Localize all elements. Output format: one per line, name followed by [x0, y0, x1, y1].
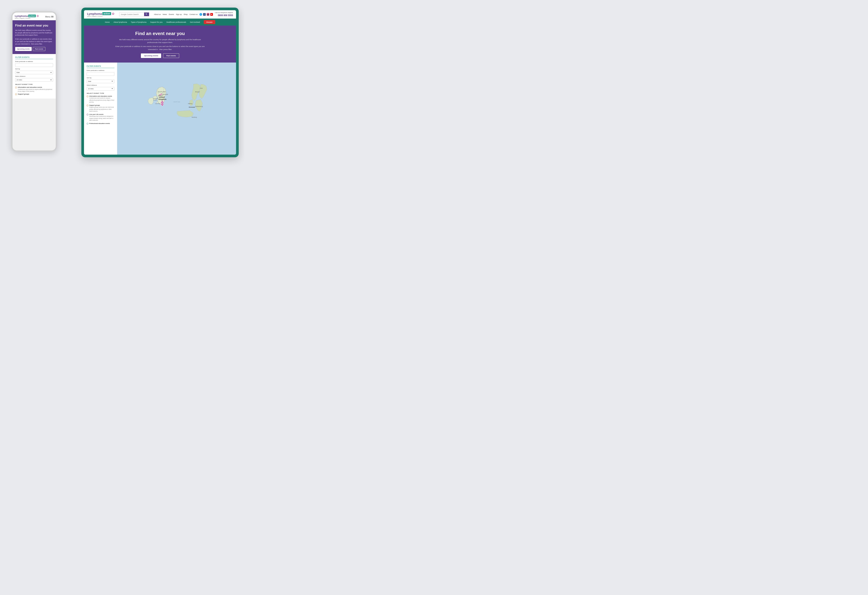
mobile-radio-support-text: Support groups — [18, 93, 29, 95]
desktop-main-content: FILTER EVENTS Enter postcode or address … — [84, 63, 236, 155]
mobile-logo-flower: ✿ — [37, 15, 39, 18]
desktop-hero-p1: We hold many different events around the… — [115, 38, 205, 44]
svg-text:Aalborg: Aalborg — [188, 103, 192, 105]
desktop-distance-label: Select distance — [87, 84, 114, 86]
desktop-search-button[interactable]: 🔍 — [144, 13, 149, 16]
svg-rect-0 — [117, 82, 236, 135]
desktop-event-buttons: Upcoming events Past events — [95, 53, 225, 58]
svg-text:Bergen: Bergen — [195, 91, 200, 93]
mobile-upcoming-btn[interactable]: Upcoming events — [15, 47, 32, 51]
mobile-event-buttons: Upcoming events Past events — [15, 47, 53, 51]
desktop-radio-professional-text: Professional education events — [89, 122, 110, 125]
svg-text:Oslo: Oslo — [200, 87, 203, 89]
mobile-radio-info-events[interactable]: Information and education events Confere… — [15, 86, 53, 92]
desktop-nav-events[interactable]: Events — [169, 13, 174, 15]
svg-text:Gothenburg: Gothenburg — [195, 105, 203, 107]
svg-text:Edinburgh: Edinburgh — [162, 94, 168, 95]
desktop-social-icons: 𝕏 f 📷 ▶ — [199, 13, 213, 16]
youtube-icon[interactable]: ▶ — [210, 13, 213, 16]
desktop-past-btn[interactable]: Past events — [163, 53, 179, 58]
helpline-number: 0808 808 5555 — [218, 14, 233, 17]
desktop-nav-signup[interactable]: Sign up — [176, 13, 182, 15]
svg-text:Denmark: Denmark — [189, 106, 195, 108]
desktop-radio-support-text: Support groups Regular groups where you … — [89, 105, 114, 112]
mobile-postcode-input[interactable] — [15, 63, 53, 67]
svg-text:Kingdom: Kingdom — [158, 98, 166, 100]
facebook-icon[interactable]: f — [203, 13, 206, 16]
mobile-postcode-label: Enter postcode or address — [15, 60, 53, 62]
svg-point-14 — [161, 93, 162, 95]
desktop-nav-home[interactable]: Home — [105, 21, 109, 23]
desktop-event-type-title: SELECT EVENT TYPE — [87, 93, 114, 94]
mobile-sort-label: Sort by — [15, 68, 53, 70]
desktop-donate-button[interactable]: Donate — [204, 20, 215, 24]
desktop-radio-info-events[interactable]: Information and education events Confere… — [87, 95, 114, 103]
desktop-nav-contact[interactable]: Contact us — [189, 13, 198, 15]
desktop-hero-title: Find an event near you — [95, 31, 225, 36]
desktop-nav-healthcare[interactable]: Healthcare professionals — [166, 21, 186, 23]
svg-point-24 — [162, 105, 163, 106]
svg-text:Hamburg: Hamburg — [192, 116, 197, 118]
mobile-logo-lymphoma: Lymphoma — [15, 15, 28, 18]
twitter-icon[interactable]: 𝕏 — [199, 13, 202, 16]
mobile-logo-tagline: Inform | Support | Connect — [15, 18, 39, 19]
desktop-nav-about-lymphoma[interactable]: About lymphoma — [114, 21, 127, 23]
desktop-sort-label: Sort by — [87, 77, 114, 79]
desktop-map: Bergen Oslo Aalborg Denmark Gothenburg H… — [117, 63, 236, 155]
svg-text:SCOTLAND: SCOTLAND — [158, 91, 166, 93]
mobile-device: Lymphoma action ✿ Inform | Support | Con… — [11, 11, 57, 152]
desktop-distance-select[interactable]: 10 miles — [87, 87, 114, 91]
mobile-radio-support-circle — [15, 93, 17, 95]
mobile-past-btn[interactable]: Past events — [33, 47, 45, 51]
desktop-logo-lymphoma: Lymphoma — [87, 12, 102, 15]
scene: Lymphoma action ✿ Inform | Support | Con… — [0, 0, 244, 168]
mobile-sort-select[interactable]: Date — [15, 71, 53, 74]
desktop-nav-support[interactable]: Support for you — [150, 21, 162, 23]
svg-text:Glasgow: Glasgow — [158, 95, 163, 96]
desktop-radio-info-circle — [87, 96, 89, 97]
desktop-nav-news[interactable]: News — [163, 13, 167, 15]
desktop-sort-select[interactable]: Date — [87, 80, 114, 83]
desktop-screen: Lymphoma action ✿ Inform | Support | Con… — [84, 10, 236, 155]
desktop-radio-live-circle — [87, 114, 89, 115]
mobile-filter-title: FILTER EVENTS — [15, 56, 53, 59]
desktop-header: Lymphoma action ✿ Inform | Support | Con… — [84, 10, 236, 19]
mobile-header: Lymphoma action ✿ Inform | Support | Con… — [13, 13, 56, 20]
mobile-menu-button[interactable]: Menu — [45, 16, 53, 18]
mobile-hero-title: Find an event near you — [15, 24, 53, 28]
hamburger-icon — [51, 16, 53, 18]
desktop-radio-live-events[interactable]: Live your Life events Workshops and conf… — [87, 113, 114, 121]
desktop-radio-support-groups[interactable]: Support groups Regular groups where you … — [87, 105, 114, 112]
instagram-icon[interactable]: 📷 — [207, 13, 209, 16]
svg-text:North Sea: North Sea — [173, 101, 180, 103]
desktop-nav-types[interactable]: Types of lymphoma — [131, 21, 146, 23]
desktop-filter-title: FILTER EVENTS — [87, 65, 114, 68]
desktop-upcoming-btn[interactable]: Upcoming events — [141, 53, 161, 58]
desktop-postcode-label: Enter postcode or address — [87, 69, 114, 71]
mobile-logo-action: action — [28, 15, 36, 17]
desktop-nav-shop[interactable]: Shop — [183, 13, 187, 15]
desktop-radio-info-text: Information and education events Confere… — [89, 95, 114, 103]
map-svg: Bergen Oslo Aalborg Denmark Gothenburg H… — [117, 63, 236, 155]
desktop-postcode-input[interactable] — [87, 72, 114, 76]
mobile-distance-select[interactable]: 10 miles — [15, 78, 53, 82]
desktop-hero-p2: Enter your postcode or address to see ev… — [115, 45, 205, 51]
desktop-helpline: Call our freephone helpline 0808 808 555… — [215, 12, 233, 17]
desktop-top-nav: About us News Events Sign up Shop Contac… — [154, 12, 233, 17]
svg-text:Isle of Man: Isle of Man — [155, 103, 161, 104]
mobile-radio-support-groups[interactable]: Support groups — [15, 93, 53, 95]
desktop-radio-professional-events[interactable]: Professional education events — [87, 122, 114, 125]
mobile-logo: Lymphoma action ✿ Inform | Support | Con… — [15, 15, 39, 19]
desktop-radio-support-circle — [87, 105, 89, 106]
desktop-main-navbar: Home About lymphoma Types of lymphoma Su… — [84, 19, 236, 26]
desktop-nav-about[interactable]: About us — [154, 13, 161, 15]
mobile-radio-info-circle — [15, 87, 17, 88]
mobile-hero-p1: We hold many different events around the… — [15, 29, 53, 36]
mobile-distance-label: Select distance — [15, 75, 53, 77]
desktop-nav-get-involved[interactable]: Get involved — [190, 21, 200, 23]
desktop-search-input[interactable] — [120, 13, 144, 16]
mobile-menu-label: Menu — [45, 16, 50, 18]
desktop-radio-live-text: Live your Life events Workshops and conf… — [89, 113, 114, 121]
svg-text:United: United — [159, 96, 165, 98]
desktop-logo-flower: ✿ — [112, 12, 114, 16]
